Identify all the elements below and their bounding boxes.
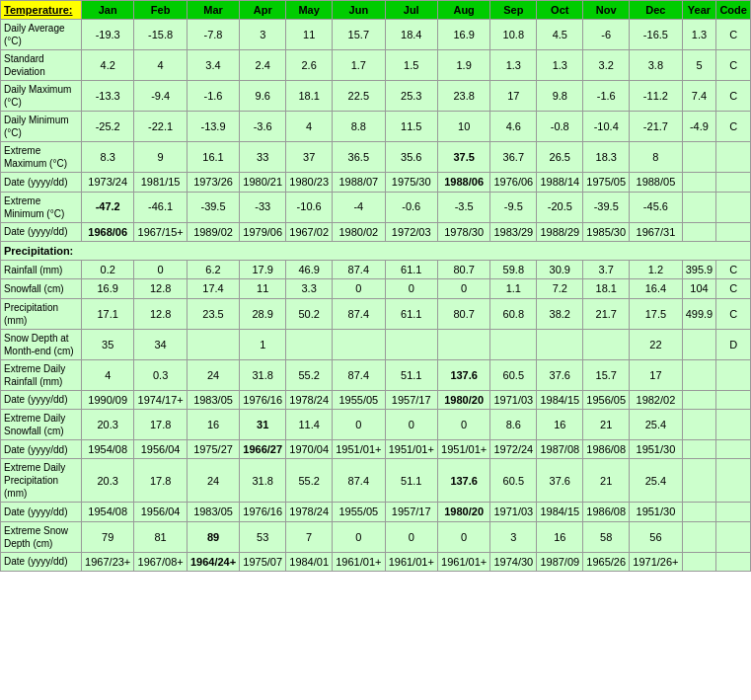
col-header-dec: Dec	[630, 1, 682, 20]
cell-r7-c9: 1988/29	[537, 222, 583, 241]
cell-r10-c3: 11	[240, 279, 286, 298]
cell-r1-c7: 1.9	[437, 50, 489, 81]
cell-r4-c5: 36.5	[333, 142, 385, 173]
cell-r18-c2: 1983/05	[187, 503, 239, 521]
cell-r19-c11: 56	[630, 521, 682, 552]
section-header: Precipitation:	[1, 241, 751, 260]
cell-r0-c12: 1.3	[682, 20, 716, 50]
cell-r18-c7: 1980/20	[437, 503, 489, 521]
col-header-may: May	[286, 1, 333, 20]
cell-r15-c10: 21	[583, 410, 630, 440]
cell-r12-c0: 35	[82, 329, 134, 359]
cell-r0-c6: 18.4	[385, 20, 437, 50]
cell-r6-c2: -39.5	[187, 192, 239, 222]
row-label: Date (yyyy/dd)	[1, 173, 82, 192]
row-label: Date (yyyy/dd)	[1, 503, 82, 521]
cell-r4-c8: 36.7	[490, 142, 537, 173]
cell-r2-c6: 25.3	[385, 81, 437, 112]
cell-r18-c3: 1976/16	[240, 503, 286, 521]
cell-r6-c7: -3.5	[437, 192, 489, 222]
cell-r6-c4: -10.6	[286, 192, 333, 222]
cell-r16-c11: 1951/30	[630, 440, 682, 459]
cell-r3-c3: -3.6	[240, 112, 286, 142]
cell-r9-c7: 80.7	[437, 261, 489, 279]
cell-r14-c13	[716, 390, 751, 409]
cell-r11-c12: 499.9	[682, 298, 716, 329]
cell-r13-c6: 51.1	[385, 359, 437, 390]
row-label: Date (yyyy/dd)	[1, 552, 82, 571]
cell-r5-c10: 1975/05	[583, 173, 630, 192]
cell-r18-c11: 1951/30	[630, 503, 682, 521]
cell-r18-c13	[716, 503, 751, 521]
cell-r5-c12	[682, 173, 716, 192]
cell-r17-c6: 51.1	[385, 459, 437, 503]
cell-r16-c7: 1951/01+	[437, 440, 489, 459]
cell-r7-c2: 1989/02	[187, 222, 239, 241]
row-label: Rainfall (mm)	[1, 261, 82, 279]
cell-r20-c10: 1965/26	[583, 552, 630, 571]
cell-r3-c11: -21.7	[630, 112, 682, 142]
cell-r5-c5: 1988/07	[333, 173, 385, 192]
cell-r1-c11: 3.8	[630, 50, 682, 81]
cell-r10-c5: 0	[333, 279, 385, 298]
cell-r1-c3: 2.4	[240, 50, 286, 81]
cell-r2-c5: 22.5	[333, 81, 385, 112]
cell-r16-c6: 1951/01+	[385, 440, 437, 459]
cell-r13-c4: 55.2	[286, 359, 333, 390]
cell-r11-c5: 87.4	[333, 298, 385, 329]
cell-r17-c1: 17.8	[134, 459, 187, 503]
row-label: Extreme Daily Snowfall (cm)	[1, 410, 82, 440]
cell-r5-c11: 1988/05	[630, 173, 682, 192]
cell-r11-c2: 23.5	[187, 298, 239, 329]
cell-r10-c6: 0	[385, 279, 437, 298]
cell-r17-c13	[716, 459, 751, 503]
cell-r4-c0: 8.3	[82, 142, 134, 173]
cell-r5-c4: 1980/23	[286, 173, 333, 192]
cell-r9-c3: 17.9	[240, 261, 286, 279]
cell-r17-c0: 20.3	[82, 459, 134, 503]
cell-r20-c2: 1964/24+	[187, 552, 239, 571]
row-label: Extreme Minimum (°C)	[1, 192, 82, 222]
cell-r12-c1: 34	[134, 329, 187, 359]
cell-r4-c9: 26.5	[537, 142, 583, 173]
cell-r2-c11: -11.2	[630, 81, 682, 112]
cell-r14-c0: 1990/09	[82, 390, 134, 409]
cell-r2-c0: -13.3	[82, 81, 134, 112]
cell-r10-c12: 104	[682, 279, 716, 298]
cell-r6-c11: -45.6	[630, 192, 682, 222]
cell-r17-c2: 24	[187, 459, 239, 503]
cell-r13-c13	[716, 359, 751, 390]
cell-r0-c1: -15.8	[134, 20, 187, 50]
cell-r13-c2: 24	[187, 359, 239, 390]
cell-r18-c4: 1978/24	[286, 503, 333, 521]
cell-r1-c2: 3.4	[187, 50, 239, 81]
cell-r19-c9: 16	[537, 521, 583, 552]
cell-r18-c0: 1954/08	[82, 503, 134, 521]
cell-r14-c8: 1971/03	[490, 390, 537, 409]
cell-r0-c2: -7.8	[187, 20, 239, 50]
col-header-year: Year	[682, 1, 716, 20]
cell-r5-c2: 1973/26	[187, 173, 239, 192]
cell-r4-c12	[682, 142, 716, 173]
cell-r12-c3: 1	[240, 329, 286, 359]
cell-r15-c1: 17.8	[134, 410, 187, 440]
row-label: Daily Minimum (°C)	[1, 112, 82, 142]
cell-r16-c13	[716, 440, 751, 459]
row-label: Date (yyyy/dd)	[1, 222, 82, 241]
cell-r1-c12: 5	[682, 50, 716, 81]
row-label: Standard Deviation	[1, 50, 82, 81]
cell-r20-c9: 1987/09	[537, 552, 583, 571]
cell-r20-c0: 1967/23+	[82, 552, 134, 571]
cell-r12-c11: 22	[630, 329, 682, 359]
cell-r6-c3: -33	[240, 192, 286, 222]
cell-r3-c8: 4.6	[490, 112, 537, 142]
cell-r9-c9: 30.9	[537, 261, 583, 279]
cell-r14-c2: 1983/05	[187, 390, 239, 409]
cell-r2-c4: 18.1	[286, 81, 333, 112]
cell-r10-c0: 16.9	[82, 279, 134, 298]
cell-r14-c7: 1980/20	[437, 390, 489, 409]
cell-r0-c0: -19.3	[82, 20, 134, 50]
cell-r9-c2: 6.2	[187, 261, 239, 279]
cell-r6-c5: -4	[333, 192, 385, 222]
cell-r12-c8	[490, 329, 537, 359]
